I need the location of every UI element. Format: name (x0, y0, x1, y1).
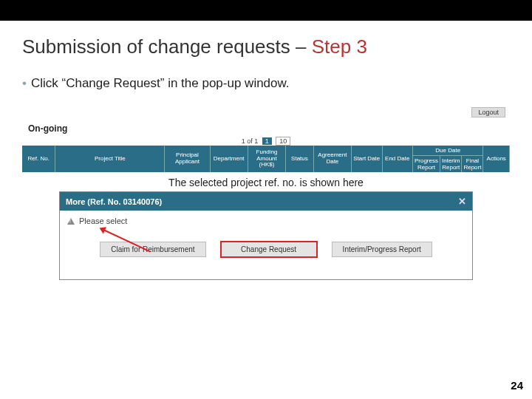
claim-reimbursement-button[interactable]: Claim for Reimbursement (100, 242, 205, 257)
pager-size-select[interactable]: 10 (276, 137, 290, 146)
popup-body: Please select Claim for Reimbursement Ch… (60, 211, 472, 279)
popup-button-row: Claim for Reimbursement Change Request I… (67, 242, 465, 257)
col-interim-report: Interim Report (440, 156, 462, 172)
col-project-title: Project Title (55, 146, 165, 172)
table-header-row: Ref. No. Project Title Principal Applica… (22, 146, 510, 172)
please-select-row: Please select (67, 216, 465, 225)
interim-progress-button[interactable]: Interim/Progress Report (332, 242, 432, 257)
slide-top-bar (0, 0, 532, 21)
col-status: Status (286, 146, 314, 172)
pager: 1 of 1 1 10 (22, 137, 510, 146)
col-agreement: Agreement Date (314, 146, 352, 172)
col-funding: Funding Amount (HK$) (248, 146, 286, 172)
slide-title-main: Submission of change requests – (22, 35, 312, 58)
logout-button[interactable]: Logout (471, 107, 505, 117)
change-request-button[interactable]: Change Request (221, 242, 317, 257)
page-number: 24 (511, 379, 523, 392)
app-topbar: Logout (22, 106, 510, 119)
col-department: Department (211, 146, 248, 172)
annotation-caption: The selected project ref. no. is shown h… (22, 177, 510, 188)
please-select-text: Please select (79, 216, 127, 225)
section-heading: On-going (22, 119, 510, 137)
pager-count: 1 of 1 (242, 137, 259, 145)
col-final-report: Final Report (462, 156, 482, 172)
more-popup: More (Ref. No. 03140076) ✕ Please select… (59, 191, 473, 280)
warning-icon (67, 218, 75, 225)
close-icon[interactable]: ✕ (458, 196, 466, 207)
col-principal: Principal Applicant (165, 146, 210, 172)
pager-current-page[interactable]: 1 (262, 137, 272, 145)
slide-title-accent: Step 3 (312, 35, 367, 58)
instruction-bullet: •Click “Change Request” in the pop-up wi… (0, 66, 532, 91)
col-actions: Actions (483, 146, 510, 172)
slide-title: Submission of change requests – Step 3 (0, 21, 532, 66)
popup-header: More (Ref. No. 03140076) ✕ (60, 192, 472, 211)
col-end-date: End Date (383, 146, 413, 172)
embedded-app-screenshot: Logout On-going 1 of 1 1 10 Ref. No. Pro… (22, 106, 510, 280)
col-ref-no: Ref. No. (22, 146, 55, 172)
popup-title: More (Ref. No. 03140076) (66, 197, 162, 206)
col-due-date-group: Due Date Progress Report Interim Report … (413, 146, 483, 172)
col-progress-report: Progress Report (413, 156, 440, 172)
bullet-dot-icon: • (22, 76, 27, 90)
col-due-date: Due Date (413, 146, 482, 156)
col-start-date: Start Date (352, 146, 382, 172)
instruction-text: Click “Change Request” in the pop-up win… (31, 76, 290, 90)
